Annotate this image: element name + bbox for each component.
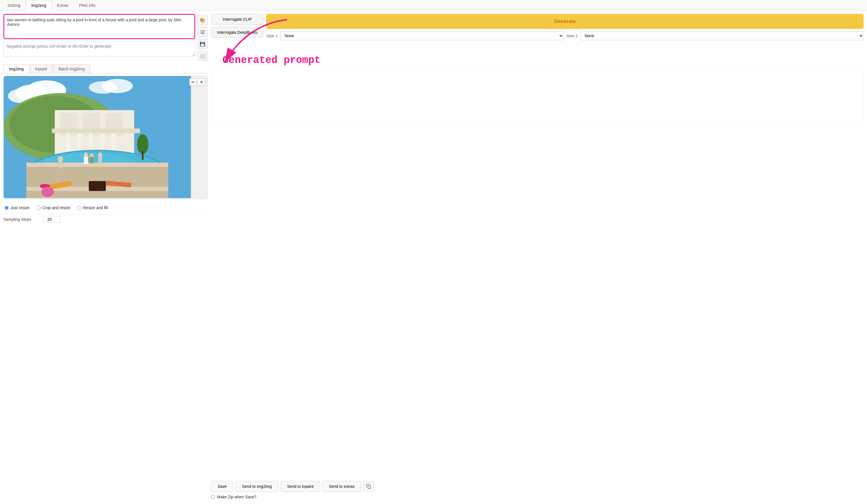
tab-txt2img[interactable]: txt2img (2, 0, 26, 11)
square-icon-button[interactable]: ⬜ (197, 51, 208, 61)
prompt-boxes: two women in bathing suits sitting by a … (3, 14, 195, 56)
generate-section: Generate Style 1 None Style 2 None (266, 14, 864, 40)
output-section: Generated prompt (211, 43, 864, 478)
svg-rect-18 (52, 129, 140, 133)
sampling-steps-input[interactable] (43, 216, 60, 223)
make-zip-checkbox[interactable] (211, 495, 215, 499)
crop-resize-option[interactable]: Crop and resize (36, 205, 71, 210)
side-icons-panel: 🎨 ☑ 💾 ⬜ (197, 14, 208, 61)
resize-fill-option[interactable]: Resize and fill (77, 205, 108, 210)
resize-options: Just resize Crop and resize Resize and f… (3, 202, 208, 212)
svg-point-6 (101, 79, 133, 93)
inner-tab-batch[interactable]: Batch img2img (53, 64, 90, 73)
crop-resize-radio[interactable] (36, 206, 41, 210)
svg-point-38 (137, 134, 148, 154)
right-panel: Interrogate CLIP Interrogate DeepBooru G… (211, 14, 864, 499)
save-button[interactable]: Save (211, 481, 233, 492)
main-layout: two women in bathing suits sitting by a … (0, 11, 867, 503)
send-to-extras-button[interactable]: Send to extras (322, 481, 361, 492)
prompt-wrapper: two women in bathing suits sitting by a … (3, 14, 195, 39)
interrogate-clip-button[interactable]: Interrogate CLIP (211, 14, 263, 25)
image-controls: ✏ ✕ (189, 78, 205, 86)
svg-rect-28 (90, 157, 93, 163)
style-row: Style 1 None Style 2 None (266, 31, 864, 40)
style2-label: Style 2 (566, 34, 578, 38)
tab-extras[interactable]: Extras (52, 0, 74, 11)
top-tab-bar: txt2img img2img Extras PNG Info (0, 0, 867, 11)
interrogate-deepbooru-button[interactable]: Interrogate DeepBooru (211, 27, 263, 38)
prompt-section-wrapper: two women in bathing suits sitting by a … (3, 14, 208, 61)
resize-fill-label: Resize and fill (83, 205, 108, 210)
svg-rect-39 (142, 151, 143, 160)
send-to-img2img-button[interactable]: Send to img2img (235, 481, 278, 492)
inner-tab-bar: img2img Inpaint Batch img2img (3, 64, 208, 74)
edit-image-button[interactable]: ✏ (189, 78, 196, 86)
interrogate-buttons: Interrogate CLIP Interrogate DeepBooru (211, 14, 263, 38)
tab-png-info[interactable]: PNG Info (74, 0, 101, 11)
make-zip-row: Make Zip when Save? (211, 495, 864, 499)
left-panel: two women in bathing suits sitting by a … (3, 14, 208, 499)
sampling-steps-label: Sampling Steps (3, 217, 40, 222)
inner-tab-img2img[interactable]: img2img (3, 64, 29, 73)
style1-label: Style 1 (266, 34, 277, 38)
close-image-button[interactable]: ✕ (198, 78, 205, 86)
save-icon-button[interactable]: 💾 (197, 39, 208, 49)
make-zip-label: Make Zip when Save? (217, 495, 256, 499)
negative-prompt-input[interactable] (3, 41, 195, 56)
svg-rect-23 (26, 163, 168, 167)
send-to-inpaint-button[interactable]: Send to inpaint (281, 481, 320, 492)
action-buttons-row: Save Send to img2img Send to inpaint Sen… (211, 481, 864, 492)
resize-fill-radio[interactable] (77, 206, 82, 210)
inner-tab-inpaint[interactable]: Inpaint (30, 64, 53, 73)
output-image-area (211, 66, 864, 123)
svg-rect-42 (368, 486, 371, 489)
check-icon-button[interactable]: ☑ (197, 27, 208, 37)
just-resize-label: Just resize (11, 205, 30, 210)
brush-icon-button[interactable]: 🎨 (197, 15, 208, 25)
style1-select[interactable]: None (280, 31, 564, 40)
positive-prompt-input[interactable]: two women in bathing suits sitting by a … (4, 15, 194, 37)
svg-rect-26 (84, 157, 88, 164)
svg-rect-30 (98, 157, 102, 163)
svg-point-37 (41, 187, 54, 197)
pool-scene-image (4, 76, 191, 198)
generate-button[interactable]: Generate (266, 14, 864, 29)
right-top-controls: Interrogate CLIP Interrogate DeepBooru G… (211, 14, 864, 40)
crop-resize-label: Crop and resize (42, 205, 71, 210)
generated-prompt-annotation: Generated prompt (222, 54, 864, 66)
just-resize-radio[interactable] (4, 206, 9, 210)
image-drop-area[interactable]: ✏ ✕ (3, 76, 208, 199)
just-resize-option[interactable]: Just resize (4, 205, 30, 210)
style2-select[interactable]: None (580, 31, 864, 40)
copy-button[interactable] (363, 481, 374, 492)
svg-rect-36 (89, 181, 106, 191)
sampling-steps-row: Sampling Steps (3, 214, 208, 224)
tab-img2img[interactable]: img2img (26, 0, 52, 11)
prompt-section: two women in bathing suits sitting by a … (3, 14, 208, 61)
svg-point-41 (57, 156, 63, 162)
